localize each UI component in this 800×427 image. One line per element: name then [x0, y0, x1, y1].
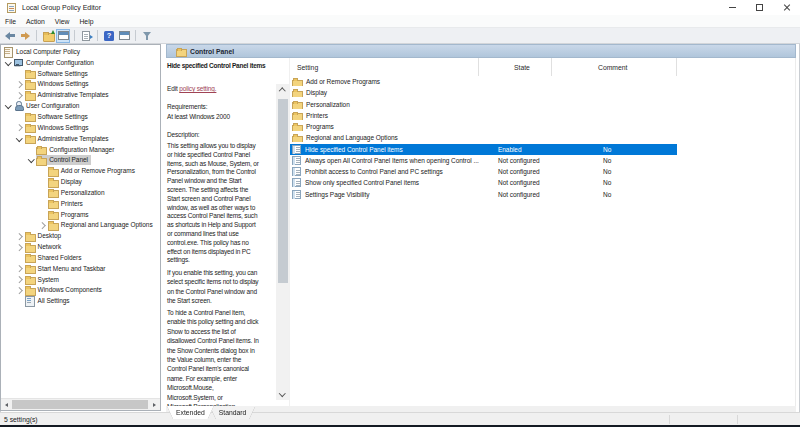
chevron-closed-icon[interactable]	[15, 274, 25, 284]
filter-icon	[142, 31, 153, 41]
folder-icon	[25, 123, 35, 132]
scroll-down-arrow[interactable]	[276, 388, 289, 400]
setting-state: Not configured	[479, 157, 552, 164]
tree-item-regional-and-language-options[interactable]: Regional and Language Options	[1, 220, 160, 231]
chevron-closed-icon[interactable]	[15, 285, 25, 295]
chevron-open-icon[interactable]	[3, 57, 13, 67]
close-button[interactable]	[773, 0, 800, 15]
back-button[interactable]	[3, 29, 17, 43]
user-icon	[13, 101, 23, 110]
tree-item-personalization[interactable]: Personalization	[1, 187, 160, 198]
forward-icon	[20, 32, 30, 40]
chevron-closed-icon[interactable]	[15, 231, 25, 241]
show-console-tree-button[interactable]	[56, 29, 70, 43]
gpedit-window: Local Group Policy Editor FileActionView…	[0, 0, 800, 427]
chevron-closed-icon[interactable]	[15, 79, 25, 89]
list-row-show-only-specified-control-panel-items[interactable]: Show only specified Control Panel itemsN…	[290, 177, 677, 188]
tree-item-software-settings[interactable]: Software Settings	[1, 111, 160, 122]
tree-item-programs[interactable]: Programs	[1, 209, 160, 220]
policy-icon	[292, 178, 301, 187]
tree-item-network[interactable]: Network	[1, 241, 160, 252]
scrollbar-thumb[interactable]	[278, 99, 288, 283]
folder-icon	[176, 47, 185, 55]
folder-icon	[25, 134, 35, 143]
policy-setting-link[interactable]: policy setting.	[179, 85, 216, 92]
setting-state: Not configured	[479, 191, 552, 198]
tree-item-system[interactable]: System	[1, 274, 160, 285]
tree-item-printers[interactable]: Printers	[1, 198, 160, 209]
tree-item-display[interactable]: Display	[1, 176, 160, 187]
folder-icon	[25, 275, 35, 284]
scroll-right-arrow[interactable]	[149, 399, 160, 410]
list-row-add-or-remove-programs[interactable]: Add or Remove Programs	[290, 76, 677, 87]
menu-file[interactable]: File	[0, 18, 21, 25]
restore-icon	[756, 4, 763, 11]
tree-item-shared-folders[interactable]: Shared Folders	[1, 252, 160, 263]
list-row-regional-and-language-options[interactable]: Regional and Language Options	[290, 132, 677, 143]
column-header-setting[interactable]: Setting	[290, 58, 479, 76]
column-header-state[interactable]: State	[479, 58, 552, 76]
scroll-left-arrow[interactable]	[1, 399, 12, 410]
tree-item-administrative-templates[interactable]: Administrative Templates	[1, 133, 160, 144]
export-list-button[interactable]	[79, 29, 93, 43]
tree-item-configuration-manager[interactable]: Configuration Manager	[1, 144, 160, 155]
close-icon	[783, 4, 791, 12]
folder-icon	[48, 188, 58, 197]
chevron-open-icon[interactable]	[26, 155, 36, 165]
tree-item-user-configuration[interactable]: User Configuration	[1, 100, 160, 111]
scrollbar-thumb[interactable]	[12, 400, 148, 409]
list-row-display[interactable]: Display	[290, 87, 677, 98]
menu-action[interactable]: Action	[21, 18, 50, 25]
list-row-printers[interactable]: Printers	[290, 110, 677, 121]
list-row-prohibit-access-to-control-panel-and-pc-[interactable]: Prohibit access to Control Panel and PC …	[290, 166, 677, 177]
tree-item-label: Shared Folders	[35, 254, 82, 261]
scroll-icon	[3, 47, 13, 56]
list-row-programs[interactable]: Programs	[290, 121, 677, 132]
forward-button[interactable]	[18, 29, 32, 43]
folder-icon	[48, 177, 58, 186]
list-row-personalization[interactable]: Personalization	[290, 99, 677, 110]
menu-help[interactable]: Help	[74, 18, 98, 25]
chevron-closed-icon[interactable]	[38, 220, 48, 230]
tree-item-control-panel[interactable]: Control Panel	[1, 154, 160, 165]
list-row-always-open-all-control-panel-items-when[interactable]: Always open All Control Panel Items when…	[290, 155, 677, 166]
tree-item-desktop[interactable]: Desktop	[1, 230, 160, 241]
tree-horizontal-scrollbar[interactable]	[1, 398, 160, 410]
tree-item-windows-components[interactable]: Windows Components	[1, 285, 160, 296]
description-paragraph: This setting allows you to displayor hid…	[167, 142, 275, 265]
minimize-button[interactable]	[719, 0, 746, 15]
help-button[interactable]: ?	[102, 29, 116, 43]
folder-icon	[292, 111, 302, 120]
scroll-up-arrow[interactable]	[276, 84, 289, 96]
window-title: Local Group Policy Editor	[22, 4, 101, 11]
list-row-settings-page-visibility[interactable]: Settings Page VisibilityNot configuredNo	[290, 189, 677, 200]
description-scrollbar[interactable]	[276, 84, 289, 400]
chevron-closed-icon[interactable]	[15, 242, 25, 252]
menu-view[interactable]: View	[50, 18, 75, 25]
setting-name: Settings Page Visibility	[305, 191, 369, 198]
chevron-open-icon[interactable]	[3, 101, 13, 111]
chevron-open-icon[interactable]	[15, 133, 25, 143]
tab-standard[interactable]: Standard	[210, 406, 256, 419]
column-header-comment[interactable]: Comment	[552, 58, 677, 76]
tab-extended[interactable]: Extended	[167, 406, 214, 419]
restore-button[interactable]	[746, 0, 773, 15]
tree-item-add-or-remove-programs[interactable]: Add or Remove Programs	[1, 165, 160, 176]
tree-item-windows-settings[interactable]: Windows Settings	[1, 79, 160, 90]
setting-name: Show only specified Control Panel items	[305, 179, 419, 186]
tree-item-start-menu-and-taskbar[interactable]: Start Menu and Taskbar	[1, 263, 160, 274]
filter-button[interactable]	[140, 29, 154, 43]
chevron-closed-icon[interactable]	[15, 122, 25, 132]
description-label: Description:	[167, 131, 200, 138]
up-one-level-button[interactable]	[41, 29, 55, 43]
tree-item-software-settings[interactable]: Software Settings	[1, 68, 160, 79]
list-row-hide-specified-control-panel-items[interactable]: Hide specified Control Panel itemsEnable…	[290, 144, 677, 155]
show-window-button[interactable]	[117, 29, 131, 43]
tree-item-local-computer-policy[interactable]: Local Computer Policy	[1, 46, 160, 57]
chevron-closed-icon[interactable]	[15, 90, 25, 100]
tree-item-administrative-templates[interactable]: Administrative Templates	[1, 89, 160, 100]
tree-item-all-settings[interactable]: All Settings	[1, 295, 160, 306]
tree-item-computer-configuration[interactable]: Computer Configuration	[1, 57, 160, 68]
tree-item-windows-settings[interactable]: Windows Settings	[1, 122, 160, 133]
chevron-closed-icon[interactable]	[15, 263, 25, 273]
